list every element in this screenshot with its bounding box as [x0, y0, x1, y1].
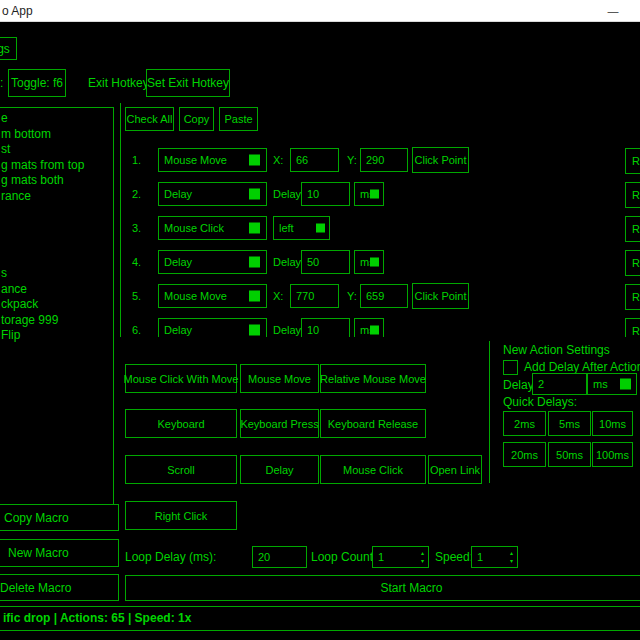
list-item[interactable]: e: [0, 111, 113, 127]
add-delay-checkbox[interactable]: [503, 360, 518, 375]
x-label: X:: [273, 154, 283, 166]
dropdown-indicator-icon: [620, 379, 631, 390]
y-input[interactable]: [360, 284, 408, 308]
unit-dropdown[interactable]: ms: [354, 318, 384, 337]
copy-macro-button[interactable]: Copy Macro: [0, 504, 119, 531]
mouse-move-button[interactable]: Mouse Move: [240, 364, 319, 393]
right-click-button[interactable]: Right Click: [125, 501, 237, 530]
quick-delay-50ms-button[interactable]: 50ms: [548, 442, 591, 467]
action-row: 5. Mouse Move X: Y: Click Point R: [121, 284, 640, 310]
macro-list[interactable]: e m bottom st g mats from top g mats bot…: [0, 107, 114, 505]
list-item[interactable]: g mats both: [0, 173, 113, 189]
delay-input[interactable]: [301, 250, 350, 274]
action-type-dropdown[interactable]: Mouse Move: [158, 284, 267, 308]
action-type-value: Mouse Move: [164, 154, 227, 166]
start-macro-button[interactable]: Start Macro: [125, 575, 640, 601]
scroll-button[interactable]: Scroll: [125, 455, 237, 484]
quick-delay-10ms-button[interactable]: 10ms: [592, 411, 633, 436]
x-label: X:: [273, 290, 283, 302]
click-point-button[interactable]: Click Point: [412, 147, 469, 173]
minimize-button[interactable]: —: [594, 0, 632, 22]
delay-label: Delay: [273, 188, 301, 200]
delay-input[interactable]: [301, 182, 350, 206]
list-item[interactable]: ckpack: [0, 297, 113, 313]
list-item[interactable]: s: [0, 266, 113, 282]
list-item[interactable]: ance: [0, 282, 113, 298]
list-item[interactable]: [0, 235, 113, 251]
mouse-click-with-move-button[interactable]: Mouse Click With Move: [125, 364, 237, 393]
action-type-value: Delay: [164, 188, 192, 200]
set-exit-hotkey-button[interactable]: Set Exit Hotkey: [146, 69, 230, 97]
action-type-value: Delay: [164, 324, 192, 336]
x-input[interactable]: [290, 148, 339, 172]
delay-label: Delay: [273, 256, 301, 268]
mouse-button-dropdown[interactable]: left: [273, 216, 330, 240]
keyboard-release-button[interactable]: Keyboard Release: [320, 409, 426, 438]
remove-button[interactable]: R: [625, 284, 640, 310]
row-number: 4.: [132, 256, 141, 268]
delay-label: Delay: [273, 324, 301, 336]
loop-count-label: Loop Count:: [311, 550, 376, 564]
dropdown-indicator-icon: [249, 189, 260, 200]
row-number: 1.: [132, 154, 141, 166]
loop-delay-label: Loop Delay (ms):: [125, 550, 216, 564]
action-type-dropdown[interactable]: Mouse Click: [158, 216, 267, 240]
dropdown-indicator-icon: [249, 223, 260, 234]
dropdown-indicator-icon: [370, 326, 379, 335]
relative-mouse-move-button[interactable]: Relative Mouse Move: [320, 364, 426, 393]
y-input[interactable]: [360, 148, 408, 172]
action-type-dropdown[interactable]: Delay: [158, 182, 267, 206]
list-item[interactable]: torage 999: [0, 313, 113, 329]
unit-dropdown[interactable]: ms: [354, 182, 384, 206]
new-action-unit-dropdown[interactable]: ms: [587, 373, 637, 395]
delete-macro-button[interactable]: Delete Macro: [0, 574, 119, 601]
tab-settings[interactable]: gs: [0, 37, 17, 60]
title-bar: o App —: [0, 0, 640, 22]
new-macro-button[interactable]: New Macro: [0, 539, 119, 567]
remove-button[interactable]: R: [625, 250, 640, 276]
quick-delay-2ms-button[interactable]: 2ms: [503, 411, 546, 436]
action-type-dropdown[interactable]: Delay: [158, 318, 267, 337]
quick-delay-100ms-button[interactable]: 100ms: [592, 442, 633, 467]
x-input[interactable]: [290, 284, 339, 308]
dropdown-indicator-icon: [370, 190, 379, 199]
loop-delay-input[interactable]: [252, 546, 307, 568]
list-item[interactable]: g mats from top: [0, 158, 113, 174]
list-item[interactable]: rance: [0, 189, 113, 205]
delay-button[interactable]: Delay: [240, 455, 319, 484]
mouse-click-button[interactable]: Mouse Click: [320, 455, 426, 484]
quick-delay-5ms-button[interactable]: 5ms: [548, 411, 591, 436]
check-all-button[interactable]: Check All: [125, 107, 174, 131]
delay-input[interactable]: [301, 318, 350, 337]
remove-button[interactable]: R: [625, 216, 640, 242]
open-link-button[interactable]: Open Link: [428, 455, 482, 484]
remove-button[interactable]: R: [625, 318, 640, 337]
click-point-button[interactable]: Click Point: [412, 283, 469, 309]
keyboard-press-button[interactable]: Keyboard Press: [240, 409, 319, 438]
list-item[interactable]: st: [0, 142, 113, 158]
list-item[interactable]: [0, 251, 113, 267]
speed-stepper[interactable]: 1 ▴▾: [471, 546, 518, 568]
keyboard-button[interactable]: Keyboard: [125, 409, 237, 438]
action-type-dropdown[interactable]: Mouse Move: [158, 148, 267, 172]
stepper-arrows-icon[interactable]: ▴▾: [510, 549, 513, 565]
remove-button[interactable]: R: [625, 148, 640, 174]
row-number: 5.: [132, 290, 141, 302]
macro-app-window: o App — gs : Toggle: f6 Exit Hotkey: Set…: [0, 0, 640, 640]
unit-value: ms: [593, 378, 608, 390]
toggle-hotkey-button[interactable]: Toggle: f6: [8, 69, 66, 97]
quick-delay-20ms-button[interactable]: 20ms: [503, 442, 546, 467]
new-action-delay-input[interactable]: [532, 373, 587, 395]
action-type-dropdown[interactable]: Delay: [158, 250, 267, 274]
loop-count-stepper[interactable]: 1 ▴▾: [372, 546, 429, 568]
copy-button[interactable]: Copy: [179, 107, 214, 131]
unit-dropdown[interactable]: ms: [354, 250, 384, 274]
list-item[interactable]: [0, 204, 113, 220]
stepper-arrows-icon[interactable]: ▴▾: [421, 549, 424, 565]
remove-button[interactable]: R: [625, 182, 640, 208]
list-item[interactable]: Flip: [0, 328, 113, 344]
list-item[interactable]: [0, 220, 113, 236]
action-rows-list[interactable]: 1. Mouse Move X: Y: Click Point R 2. Del…: [121, 140, 640, 337]
list-item[interactable]: m bottom: [0, 127, 113, 143]
paste-button[interactable]: Paste: [219, 107, 258, 131]
